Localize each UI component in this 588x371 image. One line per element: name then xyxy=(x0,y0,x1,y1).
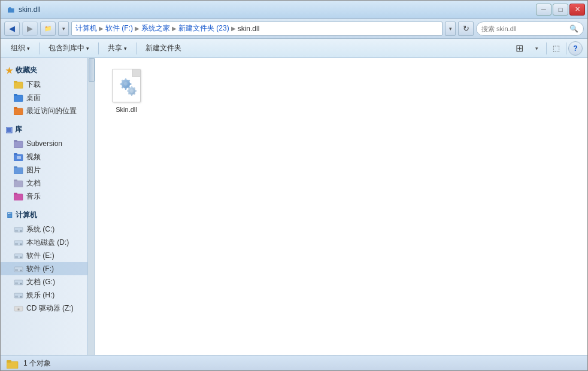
svg-rect-2 xyxy=(14,81,17,83)
svg-rect-4 xyxy=(14,94,17,96)
search-icon[interactable]: 🔍 xyxy=(569,25,578,33)
share-button[interactable]: 共享 ▾ xyxy=(102,41,132,56)
view-mode-button[interactable]: ⊞ xyxy=(511,41,527,56)
back-button[interactable]: ◀ xyxy=(4,22,20,36)
svg-rect-12 xyxy=(14,168,23,174)
sidebar-item-music[interactable]: 音乐 xyxy=(1,190,95,203)
drive-g-icon xyxy=(14,277,23,287)
share-label: 共享 xyxy=(108,43,122,53)
sidebar-scrollbar[interactable] xyxy=(87,58,95,355)
subversion-icon xyxy=(14,139,23,148)
svg-rect-40 xyxy=(7,360,11,363)
sidebar-item-drive-e[interactable]: 软件 (E:) xyxy=(1,249,95,262)
breadcrumb-folder2[interactable]: 新建文件夹 (23) xyxy=(178,23,229,34)
search-input[interactable] xyxy=(481,25,567,32)
svg-point-38 xyxy=(18,309,19,310)
video-label: 视频 xyxy=(26,152,41,162)
drive-e-label: 软件 (E:) xyxy=(26,251,54,261)
svg-point-29 xyxy=(20,270,22,272)
documents-label: 文档 xyxy=(26,178,41,188)
forward-button[interactable]: ▶ xyxy=(22,22,38,36)
sidebar-item-drive-g[interactable]: 文档 (G:) xyxy=(1,275,95,288)
svg-rect-13 xyxy=(14,166,17,168)
sidebar-favorites-section[interactable]: ★ 收藏夹 xyxy=(1,63,95,78)
library-label: 库 xyxy=(15,124,22,135)
breadcrumb-arrow-4: ▶ xyxy=(231,25,236,32)
breadcrumb-bar[interactable]: 计算机 ▶ 软件 (F:) ▶ 系统之家 ▶ 新建文件夹 (23) ▶ skin… xyxy=(71,22,442,36)
sidebar-item-subversion[interactable]: Subversion xyxy=(1,137,95,150)
drive-z-icon xyxy=(14,303,23,313)
file-item-skin-dll[interactable]: Skin.dll xyxy=(102,65,150,115)
sidebar-item-desktop[interactable]: 桌面 xyxy=(1,91,95,104)
sidebar-item-drive-z[interactable]: CD 驱动器 (Z:) xyxy=(1,302,95,315)
svg-point-26 xyxy=(20,257,22,259)
sidebar-item-recent[interactable]: 最近访问的位置 xyxy=(1,104,95,117)
sidebar-item-images[interactable]: 图片 xyxy=(1,163,95,177)
sidebar-item-drive-d[interactable]: 本地磁盘 (D:) xyxy=(1,236,95,249)
breadcrumb-drive[interactable]: 软件 (F:) xyxy=(105,23,133,34)
breadcrumb-arrow-2: ▶ xyxy=(135,25,140,32)
preview-pane-button[interactable]: ⬚ xyxy=(548,41,564,56)
title-bar-controls: ─ □ ✕ xyxy=(536,4,585,16)
sidebar-spacer-1 xyxy=(1,117,95,122)
sidebar-scrollbar-thumb[interactable] xyxy=(89,58,95,82)
music-label: 音乐 xyxy=(26,191,41,202)
breadcrumb-computer[interactable]: 计算机 xyxy=(75,23,97,34)
organize-button[interactable]: 组织 ▾ xyxy=(5,41,35,56)
address-dropdown-button[interactable]: ▾ xyxy=(445,22,456,36)
svg-rect-34 xyxy=(15,296,18,297)
close-button[interactable]: ✕ xyxy=(569,4,585,16)
status-bar: 1 个对象 xyxy=(1,355,587,371)
svg-point-32 xyxy=(20,283,22,285)
include-library-button[interactable]: 包含到库中 ▾ xyxy=(43,41,95,56)
svg-rect-19 xyxy=(15,230,18,232)
drive-h-label: 娱乐 (H:) xyxy=(26,290,54,300)
include-library-label: 包含到库中 xyxy=(49,43,84,53)
maximize-button[interactable]: □ xyxy=(553,4,568,16)
breadcrumb-current: skin.dll xyxy=(238,25,260,33)
file-grid: Skin.dll xyxy=(102,65,580,115)
sidebar-item-video[interactable]: 视频 xyxy=(1,150,95,163)
up-button[interactable]: 📁 xyxy=(40,22,56,36)
sidebar-computer-section[interactable]: 🖥 计算机 xyxy=(1,208,95,223)
computer-icon: 🖥 xyxy=(5,211,13,220)
svg-rect-31 xyxy=(15,282,18,284)
breadcrumb-arrow-1: ▶ xyxy=(99,25,104,32)
toolbar: 组织 ▾ 包含到库中 ▾ 共享 ▾ 新建文件夹 ⊞ ▾ ⬚ ? xyxy=(1,39,587,58)
organize-label: 组织 xyxy=(11,43,25,53)
recent-locations-button[interactable]: ▾ xyxy=(58,22,69,36)
file-area[interactable]: Skin.dll xyxy=(95,58,587,355)
refresh-button[interactable]: ↻ xyxy=(458,22,474,36)
sidebar-item-documents[interactable]: 文档 xyxy=(1,177,95,190)
view-dropdown-button[interactable]: ▾ xyxy=(529,41,544,56)
sidebar-library-section[interactable]: ▣ 库 xyxy=(1,122,95,137)
breadcrumb-arrow-3: ▶ xyxy=(172,25,177,32)
minimize-button[interactable]: ─ xyxy=(536,4,551,16)
downloads-label: 下载 xyxy=(26,80,41,90)
svg-rect-17 xyxy=(14,193,17,194)
drive-h-icon xyxy=(14,290,23,300)
favorites-star-icon: ★ xyxy=(5,66,13,75)
address-bar: ◀ ▶ 📁 ▾ 计算机 ▶ 软件 (F:) ▶ 系统之家 ▶ 新建文件夹 (23… xyxy=(1,19,587,39)
computer-label: 计算机 xyxy=(16,210,37,220)
documents-folder-icon xyxy=(14,178,23,188)
images-folder-icon xyxy=(14,165,23,175)
toolbar-separator-1 xyxy=(39,42,40,54)
svg-rect-22 xyxy=(15,243,18,245)
new-folder-label: 新建文件夹 xyxy=(146,43,181,53)
sidebar-item-drive-f[interactable]: 软件 (F:) xyxy=(1,262,95,275)
favorites-label: 收藏夹 xyxy=(16,65,37,75)
sidebar-item-drive-h[interactable]: 娱乐 (H:) xyxy=(1,288,95,302)
drive-d-icon xyxy=(14,238,23,247)
drive-e-icon xyxy=(14,251,23,260)
new-folder-button[interactable]: 新建文件夹 xyxy=(140,41,187,56)
svg-point-35 xyxy=(20,296,22,298)
sidebar-item-downloads[interactable]: 下载 xyxy=(1,78,95,91)
help-button[interactable]: ? xyxy=(568,41,583,56)
sidebar-item-drive-c[interactable]: 系统 (C:) xyxy=(1,223,95,236)
include-library-arrow: ▾ xyxy=(86,45,89,51)
breadcrumb-folder1[interactable]: 系统之家 xyxy=(141,23,170,34)
svg-rect-8 xyxy=(14,140,17,142)
recent-folder-icon xyxy=(14,106,23,115)
status-folder-icon xyxy=(7,358,19,370)
